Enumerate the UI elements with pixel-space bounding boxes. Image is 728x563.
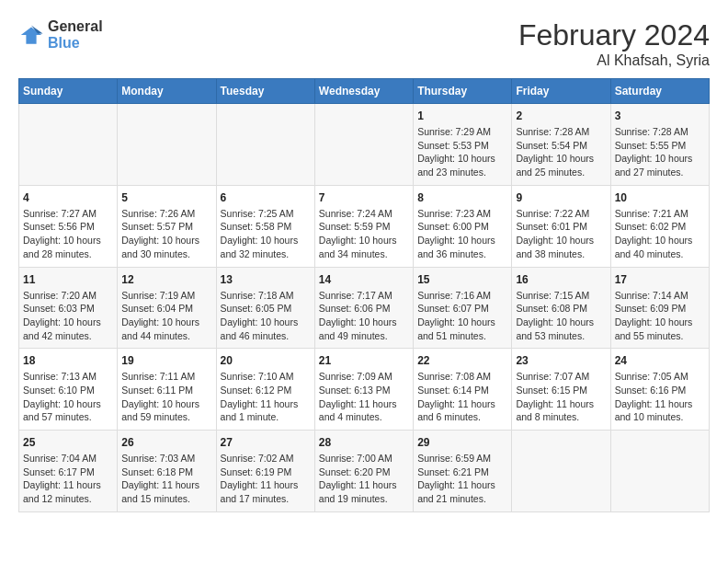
day-number: 28 [319,436,409,449]
day-info: Sunrise: 7:16 AM Sunset: 6:07 PM Dayligh… [417,289,507,343]
calendar-cell: 4Sunrise: 7:27 AM Sunset: 5:56 PM Daylig… [19,185,118,267]
day-number: 24 [615,354,705,367]
calendar-cell: 5Sunrise: 7:26 AM Sunset: 5:57 PM Daylig… [118,185,216,267]
day-info: Sunrise: 6:59 AM Sunset: 6:21 PM Dayligh… [417,452,507,506]
day-number: 6 [221,191,311,204]
day-number: 5 [121,191,211,204]
day-info: Sunrise: 7:08 AM Sunset: 6:14 PM Dayligh… [417,370,507,424]
day-info: Sunrise: 7:13 AM Sunset: 6:10 PM Dayligh… [23,370,113,424]
day-number: 1 [417,109,507,122]
day-info: Sunrise: 7:15 AM Sunset: 6:08 PM Dayligh… [516,289,606,343]
logo-icon [18,22,44,48]
calendar-cell: 14Sunrise: 7:17 AM Sunset: 6:06 PM Dayli… [314,267,413,349]
day-number: 10 [615,191,705,204]
day-number: 9 [516,191,606,204]
calendar-cell: 19Sunrise: 7:11 AM Sunset: 6:11 PM Dayli… [118,349,216,431]
day-number: 15 [417,273,507,286]
calendar-cell: 12Sunrise: 7:19 AM Sunset: 6:04 PM Dayli… [118,267,216,349]
day-info: Sunrise: 7:03 AM Sunset: 6:18 PM Dayligh… [121,452,211,506]
location-title: Al Khafsah, Syria [518,52,710,69]
day-info: Sunrise: 7:10 AM Sunset: 6:12 PM Dayligh… [221,370,311,424]
calendar-cell [610,431,709,512]
calendar-cell: 21Sunrise: 7:09 AM Sunset: 6:13 PM Dayli… [314,349,413,431]
calendar-week-4: 18Sunrise: 7:13 AM Sunset: 6:10 PM Dayli… [19,349,710,431]
calendar-cell: 3Sunrise: 7:28 AM Sunset: 5:55 PM Daylig… [610,104,709,186]
day-info: Sunrise: 7:24 AM Sunset: 5:59 PM Dayligh… [319,207,409,261]
day-number: 29 [417,436,507,449]
calendar-cell: 2Sunrise: 7:28 AM Sunset: 5:54 PM Daylig… [512,104,610,186]
calendar-body: 1Sunrise: 7:29 AM Sunset: 5:53 PM Daylig… [19,104,710,512]
title-block: February 2024 Al Khafsah, Syria [518,18,710,69]
logo: General Blue [18,18,103,52]
day-number: 3 [615,109,705,122]
column-header-monday: Monday [118,79,216,104]
logo-text-line1: General [48,18,103,35]
day-info: Sunrise: 7:17 AM Sunset: 6:06 PM Dayligh… [319,289,409,343]
calendar-week-5: 25Sunrise: 7:04 AM Sunset: 6:17 PM Dayli… [19,431,710,512]
calendar-week-3: 11Sunrise: 7:20 AM Sunset: 6:03 PM Dayli… [19,267,710,349]
day-info: Sunrise: 7:29 AM Sunset: 5:53 PM Dayligh… [417,125,507,179]
calendar-cell: 10Sunrise: 7:21 AM Sunset: 6:02 PM Dayli… [610,185,709,267]
day-number: 12 [121,273,211,286]
calendar-cell: 29Sunrise: 6:59 AM Sunset: 6:21 PM Dayli… [414,431,512,512]
calendar-week-1: 1Sunrise: 7:29 AM Sunset: 5:53 PM Daylig… [19,104,710,186]
day-info: Sunrise: 7:18 AM Sunset: 6:05 PM Dayligh… [221,289,311,343]
day-info: Sunrise: 7:07 AM Sunset: 6:15 PM Dayligh… [516,370,606,424]
day-info: Sunrise: 7:22 AM Sunset: 6:01 PM Dayligh… [516,207,606,261]
calendar-cell: 24Sunrise: 7:05 AM Sunset: 6:16 PM Dayli… [610,349,709,431]
calendar-cell: 9Sunrise: 7:22 AM Sunset: 6:01 PM Daylig… [512,185,610,267]
day-info: Sunrise: 7:21 AM Sunset: 6:02 PM Dayligh… [615,207,705,261]
day-number: 11 [23,273,113,286]
day-info: Sunrise: 7:19 AM Sunset: 6:04 PM Dayligh… [121,289,211,343]
page-header: General Blue February 2024 Al Khafsah, S… [18,18,710,69]
day-number: 17 [615,273,705,286]
calendar-cell: 28Sunrise: 7:00 AM Sunset: 6:20 PM Dayli… [314,431,413,512]
calendar-cell [216,104,314,186]
calendar-table: SundayMondayTuesdayWednesdayThursdayFrid… [18,78,710,512]
day-number: 4 [23,191,113,204]
calendar-cell [19,104,118,186]
calendar-cell: 27Sunrise: 7:02 AM Sunset: 6:19 PM Dayli… [216,431,314,512]
calendar-cell [314,104,413,186]
svg-marker-0 [21,28,41,44]
day-number: 19 [121,354,211,367]
day-info: Sunrise: 7:11 AM Sunset: 6:11 PM Dayligh… [121,370,211,424]
day-number: 21 [319,354,409,367]
month-title: February 2024 [518,18,710,52]
day-info: Sunrise: 7:20 AM Sunset: 6:03 PM Dayligh… [23,289,113,343]
column-header-tuesday: Tuesday [216,79,314,104]
day-number: 20 [221,354,311,367]
day-info: Sunrise: 7:05 AM Sunset: 6:16 PM Dayligh… [615,370,705,424]
calendar-cell: 26Sunrise: 7:03 AM Sunset: 6:18 PM Dayli… [118,431,216,512]
calendar-header: SundayMondayTuesdayWednesdayThursdayFrid… [19,79,710,104]
day-number: 13 [221,273,311,286]
day-number: 8 [417,191,507,204]
column-header-wednesday: Wednesday [314,79,413,104]
day-number: 14 [319,273,409,286]
day-number: 23 [516,354,606,367]
calendar-week-2: 4Sunrise: 7:27 AM Sunset: 5:56 PM Daylig… [19,185,710,267]
calendar-cell: 13Sunrise: 7:18 AM Sunset: 6:05 PM Dayli… [216,267,314,349]
calendar-cell [118,104,216,186]
column-header-friday: Friday [512,79,610,104]
day-info: Sunrise: 7:28 AM Sunset: 5:54 PM Dayligh… [516,125,606,179]
day-info: Sunrise: 7:28 AM Sunset: 5:55 PM Dayligh… [615,125,705,179]
calendar-cell: 16Sunrise: 7:15 AM Sunset: 6:08 PM Dayli… [512,267,610,349]
calendar-cell: 7Sunrise: 7:24 AM Sunset: 5:59 PM Daylig… [314,185,413,267]
day-number: 18 [23,354,113,367]
day-info: Sunrise: 7:14 AM Sunset: 6:09 PM Dayligh… [615,289,705,343]
calendar-cell: 6Sunrise: 7:25 AM Sunset: 5:58 PM Daylig… [216,185,314,267]
calendar-cell: 20Sunrise: 7:10 AM Sunset: 6:12 PM Dayli… [216,349,314,431]
day-number: 25 [23,436,113,449]
day-number: 2 [516,109,606,122]
day-number: 22 [417,354,507,367]
calendar-cell: 11Sunrise: 7:20 AM Sunset: 6:03 PM Dayli… [19,267,118,349]
day-number: 27 [221,436,311,449]
calendar-cell: 8Sunrise: 7:23 AM Sunset: 6:00 PM Daylig… [414,185,512,267]
day-info: Sunrise: 7:09 AM Sunset: 6:13 PM Dayligh… [319,370,409,424]
logo-text-line2: Blue [48,35,103,52]
day-number: 7 [319,191,409,204]
calendar-cell: 22Sunrise: 7:08 AM Sunset: 6:14 PM Dayli… [414,349,512,431]
day-number: 26 [121,436,211,449]
calendar-cell: 1Sunrise: 7:29 AM Sunset: 5:53 PM Daylig… [414,104,512,186]
